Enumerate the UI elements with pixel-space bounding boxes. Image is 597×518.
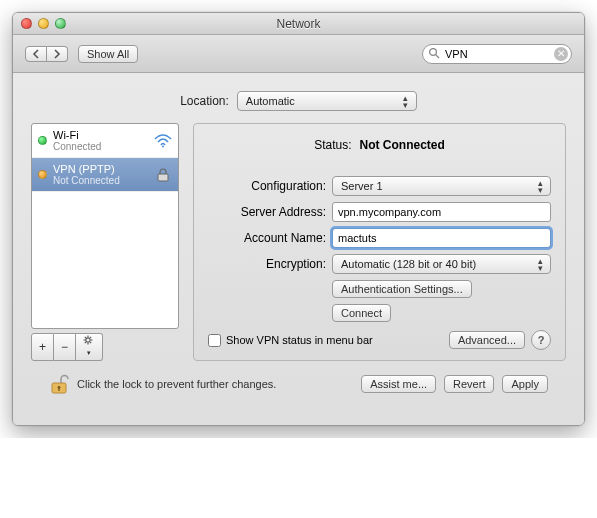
status-label: Status: xyxy=(314,138,351,152)
list-item[interactable]: VPN (PPTP) Not Connected xyxy=(32,158,178,192)
status-row: Status: Not Connected xyxy=(208,138,551,152)
svg-line-1 xyxy=(436,55,439,58)
configuration-value: Server 1 xyxy=(341,180,383,192)
lock-icon xyxy=(154,168,172,182)
updown-arrows-icon: ▴▾ xyxy=(534,258,546,272)
show-vpn-status-label: Show VPN status in menu bar xyxy=(226,334,373,346)
configuration-select[interactable]: Server 1 ▴▾ xyxy=(332,176,551,196)
svg-point-4 xyxy=(86,338,90,342)
svg-line-9 xyxy=(85,337,86,338)
interface-actions-button[interactable]: ▾ xyxy=(76,333,103,361)
list-item-text: Wi-Fi Connected xyxy=(53,129,148,152)
status-value: Not Connected xyxy=(360,138,445,152)
list-item[interactable]: Wi-Fi Connected xyxy=(32,124,178,158)
help-button[interactable]: ? xyxy=(531,330,551,350)
vpn-form: Configuration: Server 1 ▴▾ Server Addres… xyxy=(208,176,551,322)
sidebar: Wi-Fi Connected VPN (PPTP) Not Connected xyxy=(31,123,179,361)
toolbar: Show All ✕ xyxy=(13,35,584,73)
gear-icon xyxy=(83,335,95,345)
svg-rect-15 xyxy=(58,388,59,391)
server-address-field[interactable] xyxy=(332,202,551,222)
location-label: Location: xyxy=(180,94,229,108)
interface-name: Wi-Fi xyxy=(53,129,148,141)
wifi-icon xyxy=(154,134,172,148)
close-window-button[interactable] xyxy=(21,18,32,29)
encryption-select[interactable]: Automatic (128 bit or 40 bit) ▴▾ xyxy=(332,254,551,274)
detail-bottom-row: Show VPN status in menu bar Advanced... … xyxy=(208,322,551,350)
interface-status: Not Connected xyxy=(53,175,148,186)
advanced-button[interactable]: Advanced... xyxy=(449,331,525,349)
assist-me-button[interactable]: Assist me... xyxy=(361,375,436,393)
chevron-right-icon xyxy=(53,49,61,59)
updown-arrows-icon: ▴▾ xyxy=(534,180,546,194)
footer: Click the lock to prevent further change… xyxy=(31,361,566,411)
server-address-label: Server Address: xyxy=(208,205,326,219)
panel-row: Wi-Fi Connected VPN (PPTP) Not Connected xyxy=(31,123,566,361)
back-button[interactable] xyxy=(25,46,47,62)
list-edit-buttons: + − ▾ xyxy=(31,333,179,361)
interface-status: Connected xyxy=(53,141,148,152)
forward-button[interactable] xyxy=(47,46,68,62)
svg-line-12 xyxy=(90,337,91,338)
clear-search-button[interactable]: ✕ xyxy=(554,47,568,61)
account-name-field[interactable] xyxy=(332,228,551,248)
show-vpn-status-checkbox[interactable]: Show VPN status in menu bar xyxy=(208,334,373,347)
status-dot-icon xyxy=(38,170,47,179)
revert-button[interactable]: Revert xyxy=(444,375,494,393)
minimize-window-button[interactable] xyxy=(38,18,49,29)
search-field-wrap: ✕ xyxy=(422,44,572,64)
interface-list[interactable]: Wi-Fi Connected VPN (PPTP) Not Connected xyxy=(31,123,179,329)
location-row: Location: Automatic ▴▾ xyxy=(31,91,566,111)
list-item-text: VPN (PPTP) Not Connected xyxy=(53,163,148,186)
interface-name: VPN (PPTP) xyxy=(53,163,148,175)
network-prefs-window: Network Show All ✕ Location: Automatic ▴… xyxy=(12,12,585,426)
titlebar: Network xyxy=(13,13,584,35)
svg-line-10 xyxy=(90,342,91,343)
show-all-button[interactable]: Show All xyxy=(78,45,138,63)
search-icon xyxy=(428,47,441,60)
location-value: Automatic xyxy=(246,95,295,107)
lock-text: Click the lock to prevent further change… xyxy=(77,378,276,390)
status-dot-icon xyxy=(38,136,47,145)
account-name-label: Account Name: xyxy=(208,231,326,245)
add-interface-button[interactable]: + xyxy=(31,333,54,361)
svg-point-0 xyxy=(430,48,437,55)
remove-interface-button[interactable]: − xyxy=(54,333,76,361)
apply-button[interactable]: Apply xyxy=(502,375,548,393)
window-title: Network xyxy=(13,17,584,31)
connect-button[interactable]: Connect xyxy=(332,304,391,322)
svg-line-11 xyxy=(85,342,86,343)
detail-panel: Status: Not Connected Configuration: Ser… xyxy=(193,123,566,361)
chevron-left-icon xyxy=(32,49,40,59)
content: Location: Automatic ▴▾ Wi-Fi Connected xyxy=(13,73,584,425)
show-vpn-status-checkbox-input[interactable] xyxy=(208,334,221,347)
location-select[interactable]: Automatic ▴▾ xyxy=(237,91,417,111)
configuration-label: Configuration: xyxy=(208,179,326,193)
svg-rect-3 xyxy=(158,174,168,181)
encryption-label: Encryption: xyxy=(208,257,326,271)
nav-buttons xyxy=(25,46,68,62)
authentication-settings-button[interactable]: Authentication Settings... xyxy=(332,280,472,298)
unlock-icon[interactable] xyxy=(49,373,69,395)
encryption-value: Automatic (128 bit or 40 bit) xyxy=(341,258,476,270)
zoom-window-button[interactable] xyxy=(55,18,66,29)
traffic-lights xyxy=(13,18,66,29)
search-input[interactable] xyxy=(422,44,572,64)
updown-arrows-icon: ▴▾ xyxy=(400,95,412,109)
svg-point-2 xyxy=(162,145,164,147)
